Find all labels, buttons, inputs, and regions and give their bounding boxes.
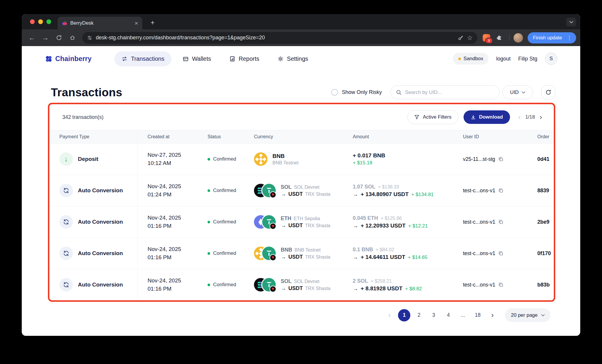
amount-cell: 1.07 SOL+ $138.33 →+ 134.80907 USDT+ $13… (343, 175, 453, 206)
col-amount: Amount (343, 130, 453, 143)
puzzle-icon (496, 35, 502, 41)
reports-icon (229, 56, 235, 62)
search-icon (396, 90, 402, 95)
active-filters-label: Active Filters (423, 114, 451, 120)
col-currency: Currency (244, 130, 343, 143)
table-row[interactable]: Auto Conversion Nov-24, 202501:24 PM Con… (49, 175, 554, 206)
status-cell: Confirmed (198, 206, 244, 237)
browser-tab[interactable]: BerryDesk × (58, 17, 142, 29)
browser-window: BerryDesk × + ← → (22, 14, 580, 336)
page-controls: Show Only Risky UID (331, 85, 555, 99)
copy-button[interactable] (498, 219, 504, 225)
pagination-prev-icon[interactable]: ‹ (383, 309, 396, 321)
currency-cell: BNB BNB Testnet (244, 144, 343, 175)
tab-search-button[interactable] (566, 18, 576, 26)
browser-profile-avatar[interactable] (514, 33, 523, 43)
brand[interactable]: Chainberry (45, 55, 91, 63)
pagination-next-icon[interactable]: › (486, 309, 499, 321)
amount-cell: 2 SOL+ $258.21 →+ 8.81928 USDT+ $8.82 (343, 269, 453, 300)
browser-toolbar: ← → desk-stg.chainberry.com/dashboard/tr… (22, 29, 580, 46)
status-cell: Confirmed (198, 144, 244, 175)
extensions-menu-button[interactable] (493, 32, 505, 44)
download-button[interactable]: Download (464, 110, 510, 124)
page-button-1[interactable]: 1 (398, 309, 410, 321)
table-row[interactable]: Auto Conversion Nov-24, 202501:16 PM Con… (49, 269, 554, 300)
logout-link[interactable]: logout (496, 56, 511, 62)
col-order: Order (527, 130, 555, 143)
copy-button[interactable] (498, 251, 504, 256)
copy-button[interactable] (498, 156, 504, 162)
annotation-highlight: 342 transaction(s) Active Filters (48, 103, 555, 302)
transaction-count: 342 transaction(s) (62, 114, 103, 120)
status-cell: Confirmed (198, 175, 244, 206)
bookmark-star-icon[interactable]: ☆ (467, 35, 473, 41)
payment-type-cell: Auto Conversion (49, 206, 138, 237)
page-button-18[interactable]: 18 (471, 309, 484, 321)
new-tab-button[interactable]: + (148, 18, 158, 28)
copy-button[interactable] (498, 188, 504, 193)
window-zoom-button[interactable] (46, 19, 51, 24)
active-filters-button[interactable]: Active Filters (407, 110, 458, 124)
url-bar[interactable]: desk-stg.chainberry.com/dashboard/transa… (82, 32, 477, 44)
nav-label: Wallets (192, 55, 211, 62)
search-field-dropdown[interactable]: UID (502, 85, 533, 99)
search-input[interactable] (404, 89, 494, 96)
risky-checkbox[interactable] (331, 89, 338, 96)
nav-item-reports[interactable]: Reports (222, 51, 266, 66)
refresh-icon (545, 89, 551, 95)
created-at-cell: Nov-24, 202501:16 PM (138, 238, 198, 269)
copy-button[interactable] (498, 282, 504, 287)
coin-pair: T (254, 184, 276, 197)
pager-prev-icon[interactable]: ‹ (518, 114, 521, 121)
home-icon (69, 35, 76, 41)
page-button-4[interactable]: 4 (442, 309, 454, 321)
extension-button[interactable]: 9 (481, 33, 491, 43)
table-row[interactable]: Auto Conversion Nov-24, 202501:16 PM Con… (49, 206, 554, 237)
pager-next-icon[interactable]: › (540, 114, 542, 121)
page-button-2[interactable]: 2 (413, 309, 425, 321)
per-page-value: 20 per page (511, 312, 538, 318)
table-row[interactable]: ↓ Deposit Nov-27, 202510:12 AM Confirmed… (49, 144, 554, 175)
nav-label: Transactions (131, 55, 164, 62)
tab-title: BerryDesk (70, 20, 132, 26)
brand-name: Chainberry (55, 55, 91, 63)
transactions-page: Transactions Show Only Risky U (22, 71, 580, 336)
reload-button[interactable] (53, 32, 65, 44)
password-key-icon[interactable] (458, 35, 464, 41)
home-button[interactable] (66, 32, 78, 44)
user-id-cell: test-c...ons-v1 (453, 238, 527, 269)
url-text[interactable]: desk-stg.chainberry.com/dashboard/transa… (96, 35, 454, 41)
show-only-risky-toggle[interactable]: Show Only Risky (331, 89, 382, 96)
search-box[interactable] (390, 85, 500, 99)
main-nav: Transactions Wallets (114, 51, 453, 66)
window-minimize-button[interactable] (38, 19, 43, 24)
copy-icon (498, 156, 504, 162)
trx-badge-icon (270, 286, 276, 292)
download-label: Download (479, 114, 503, 120)
browser-menu-icon[interactable]: ⋮ (565, 35, 574, 41)
forward-button[interactable]: → (39, 32, 51, 44)
back-button[interactable]: ← (26, 32, 38, 44)
trx-badge-icon (270, 191, 276, 198)
page-button-3[interactable]: 3 (427, 309, 440, 321)
user-avatar[interactable]: S (545, 53, 557, 65)
page-ellipsis: ... (457, 312, 469, 318)
extension-badge: 9 (485, 38, 493, 44)
refresh-button[interactable] (541, 85, 555, 99)
tab-close-icon[interactable]: × (135, 20, 138, 26)
nav-item-wallets[interactable]: Wallets (175, 51, 218, 66)
toolbar-divider (509, 35, 509, 41)
wallets-icon (183, 56, 189, 62)
table-row[interactable]: Auto Conversion Nov-24, 202501:16 PM Con… (49, 237, 554, 269)
status-cell: Confirmed (198, 238, 244, 269)
app-content: Chainberry Transactions (22, 46, 580, 336)
site-settings-icon[interactable] (87, 35, 92, 41)
finish-update-button[interactable]: Finish update ⋮ (528, 32, 576, 43)
nav-item-transactions[interactable]: Transactions (114, 51, 171, 66)
payment-type-cell: Auto Conversion (49, 238, 138, 269)
per-page-dropdown[interactable]: 20 per page (505, 308, 551, 322)
window-close-button[interactable] (30, 19, 35, 24)
order-id-cell: 0f170 (527, 238, 555, 269)
nav-item-settings[interactable]: Settings (270, 51, 315, 66)
filter-funnel-icon (414, 114, 419, 120)
